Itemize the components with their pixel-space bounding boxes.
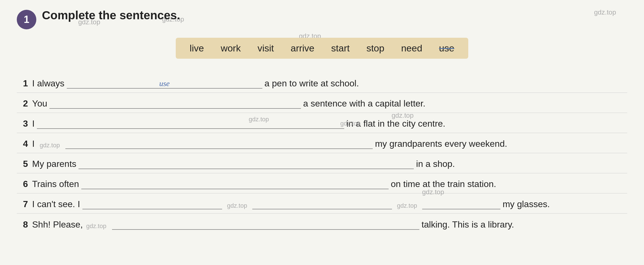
word-work: work: [221, 43, 241, 54]
sentence-row-8: 8 Shh! Please, gdz.top talking. This is …: [17, 214, 627, 234]
word-use: use: [439, 43, 454, 54]
sentence-row-1: 1 I always use a pen to write at school.: [17, 73, 627, 93]
sentence-prefix-3: I: [32, 119, 35, 129]
sentence-content-7: I can't see. I gdz.top gdz.top my glasse…: [32, 199, 627, 209]
sentence-num-6: 6: [17, 179, 32, 189]
word-live: live: [190, 43, 204, 54]
sentence-row-3: 3 I gdz.top gdz.top in a flat in the cit…: [17, 113, 627, 133]
sentence-blank-8[interactable]: [112, 220, 419, 230]
sentence-prefix-6: Trains often: [32, 179, 79, 189]
sentence-content-6: Trains often on time at the train statio…: [32, 179, 627, 189]
word-box-container: live work visit arrive start stop need u…: [17, 38, 627, 59]
sentence-blank-7c[interactable]: [422, 200, 500, 209]
sentence-content-4: I gdz.top my grandparents every weekend.: [32, 139, 627, 149]
sentence-prefix-1: I always: [32, 78, 65, 89]
page-container: gdz.top gdz.top gdz.top gdz.top 1 Comple…: [0, 0, 644, 265]
sentence-suffix-6: on time at the train station.: [391, 179, 496, 189]
exercise-number: 1: [17, 10, 36, 29]
sentence-num-1: 1: [17, 78, 32, 89]
sentence-blank-6[interactable]: [81, 180, 389, 189]
sentence-num-5: 5: [17, 159, 32, 169]
word-need: need: [401, 43, 422, 54]
sentence-content-3: I gdz.top gdz.top in a flat in the city …: [32, 119, 627, 129]
sentence-row-4: 4 I gdz.top my grandparents every weeken…: [17, 133, 627, 153]
sentence-num-3: 3: [17, 119, 32, 129]
word-arrive: arrive: [291, 43, 314, 54]
sentence-row-7: 7 I can't see. I gdz.top gdz.top my glas…: [17, 193, 627, 214]
sentence-content-8: Shh! Please, gdz.top talking. This is a …: [32, 219, 627, 230]
word-box: live work visit arrive start stop need u…: [176, 38, 468, 59]
sentence-suffix-4: my grandparents every weekend.: [375, 139, 507, 149]
sentence-content-2: You a sentence with a capital letter.: [32, 98, 627, 109]
sentence-prefix-5: My parents: [32, 159, 76, 169]
sentence-num-8: 8: [17, 219, 32, 230]
word-start: start: [331, 43, 350, 54]
sentence-prefix-4: I: [32, 139, 35, 149]
sentence-blank-7a[interactable]: [82, 200, 222, 209]
sentence-num-2: 2: [17, 98, 32, 109]
sentence-row-6: 6 Trains often on time at the train stat…: [17, 173, 627, 193]
sentence-blank-2[interactable]: [49, 99, 301, 109]
exercise-title: Complete the sentences.: [42, 8, 180, 22]
sentence-num-4: 4: [17, 139, 32, 149]
sentences-list: 1 I always use a pen to write at school.…: [17, 73, 627, 234]
sentence-row-2: 2 You a sentence with a capital letter.: [17, 93, 627, 113]
sentence-blank-1[interactable]: use: [67, 79, 262, 89]
sentence-suffix-7: my glasses.: [503, 199, 550, 209]
sentence-suffix-2: a sentence with a capital letter.: [303, 98, 426, 109]
sentence-num-7: 7: [17, 199, 32, 209]
sentence-prefix-2: You: [32, 98, 47, 109]
sentence-prefix-7: I can't see. I: [32, 199, 80, 209]
watermark-mid1: gdz.top: [392, 112, 414, 119]
sentence-content-1: I always use a pen to write at school.: [32, 78, 627, 89]
word-visit: visit: [258, 43, 274, 54]
sentence-suffix-3: in a flat in the city centre.: [346, 119, 445, 129]
sentence-blank-5[interactable]: [79, 160, 414, 169]
sentence-row-5: 5 My parents in a shop.: [17, 153, 627, 173]
sentence-blank-4[interactable]: [65, 139, 373, 149]
sentence-suffix-8: talking. This is a library.: [422, 219, 514, 230]
sentence-suffix-5: in a shop.: [416, 159, 455, 169]
sentence-suffix-1: a pen to write at school.: [265, 78, 359, 89]
sentence-prefix-8: Shh! Please,: [32, 219, 83, 230]
word-stop: stop: [366, 43, 384, 54]
sentence-content-5: My parents in a shop.: [32, 159, 627, 169]
sentence-blank-7b[interactable]: [252, 200, 392, 209]
sentence-blank-3[interactable]: gdz.top gdz.top: [37, 119, 344, 129]
exercise-header: 1 Complete the sentences.: [17, 8, 627, 29]
